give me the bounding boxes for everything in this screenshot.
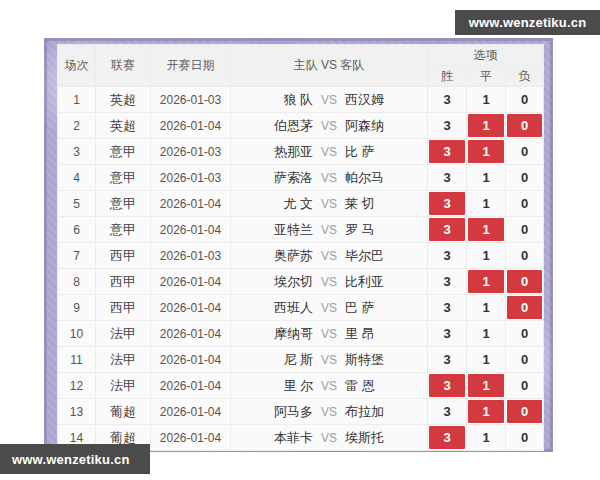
option-win[interactable]: 3 <box>428 399 467 425</box>
option-draw[interactable]: 1 <box>467 295 506 321</box>
option-lose[interactable]: 0 <box>506 243 544 269</box>
option-lose[interactable]: 0 <box>506 269 544 295</box>
home-team: 尼 斯 <box>231 351 321 369</box>
option-lose[interactable]: 0 <box>506 165 544 191</box>
option-win[interactable]: 3 <box>428 425 467 451</box>
odds-table-card: 场次 联赛 开赛日期 主队 VS 客队 选项 胜 平 负 1 英超 2026-0… <box>57 44 543 444</box>
home-team: 尤 文 <box>231 195 321 213</box>
league-name: 意甲 <box>96 139 151 165</box>
match-number: 8 <box>58 269 96 295</box>
option-win[interactable]: 3 <box>428 191 467 217</box>
league-name: 意甲 <box>96 165 151 191</box>
option-lose[interactable]: 0 <box>506 373 544 399</box>
match-date: 2026-01-04 <box>151 373 231 399</box>
match-number: 7 <box>58 243 96 269</box>
home-team: 热那亚 <box>231 143 321 161</box>
away-team: 阿森纳 <box>337 117 427 135</box>
option-draw[interactable]: 1 <box>467 217 506 243</box>
match-number: 12 <box>58 373 96 399</box>
option-draw[interactable]: 1 <box>467 139 506 165</box>
home-team: 狼 队 <box>231 91 321 109</box>
match-date: 2026-01-03 <box>151 87 231 113</box>
option-lose[interactable]: 0 <box>506 321 544 347</box>
away-team: 雷 恩 <box>337 377 427 395</box>
away-team: 罗 马 <box>337 221 427 239</box>
match-date: 2026-01-04 <box>151 321 231 347</box>
option-lose[interactable]: 0 <box>506 139 544 165</box>
league-name: 法甲 <box>96 321 151 347</box>
away-team: 斯特堡 <box>337 351 427 369</box>
option-draw[interactable]: 1 <box>467 113 506 139</box>
option-draw[interactable]: 1 <box>467 321 506 347</box>
option-win[interactable]: 3 <box>428 373 467 399</box>
option-lose[interactable]: 0 <box>506 399 544 425</box>
header-matchup: 主队 VS 客队 <box>231 45 428 87</box>
vs-label: VS <box>321 223 337 237</box>
match-date: 2026-01-04 <box>151 113 231 139</box>
league-name: 英超 <box>96 113 151 139</box>
option-draw[interactable]: 1 <box>467 191 506 217</box>
option-lose[interactable]: 0 <box>506 217 544 243</box>
option-draw[interactable]: 1 <box>467 373 506 399</box>
table-row: 4 意甲 2026-01-03 萨索洛 VS 帕尔马 3 1 0 <box>58 165 544 191</box>
away-team: 里 昂 <box>337 325 427 343</box>
matchup-cell: 热那亚 VS 比 萨 <box>231 139 428 165</box>
option-lose[interactable]: 0 <box>506 87 544 113</box>
option-lose[interactable]: 0 <box>506 425 544 451</box>
match-date: 2026-01-04 <box>151 217 231 243</box>
home-team: 本菲卡 <box>231 429 321 447</box>
option-win[interactable]: 3 <box>428 243 467 269</box>
table-row: 10 法甲 2026-01-04 摩纳哥 VS 里 昂 3 1 0 <box>58 321 544 347</box>
match-date: 2026-01-03 <box>151 139 231 165</box>
vs-label: VS <box>321 275 337 289</box>
option-lose[interactable]: 0 <box>506 347 544 373</box>
option-lose[interactable]: 0 <box>506 295 544 321</box>
option-win[interactable]: 3 <box>428 165 467 191</box>
option-win[interactable]: 3 <box>428 347 467 373</box>
watermark-top: www.wenzetiku.cn <box>455 10 600 35</box>
option-lose[interactable]: 0 <box>506 113 544 139</box>
header-match-no: 场次 <box>58 45 96 87</box>
vs-label: VS <box>321 145 337 159</box>
league-name: 法甲 <box>96 373 151 399</box>
matchup-cell: 奥萨苏 VS 毕尔巴 <box>231 243 428 269</box>
match-date: 2026-01-03 <box>151 243 231 269</box>
matchup-cell: 尤 文 VS 莱 切 <box>231 191 428 217</box>
option-draw[interactable]: 1 <box>467 347 506 373</box>
league-name: 英超 <box>96 87 151 113</box>
table-row: 1 英超 2026-01-03 狼 队 VS 西汉姆 3 1 0 <box>58 87 544 113</box>
match-number: 10 <box>58 321 96 347</box>
league-name: 西甲 <box>96 295 151 321</box>
option-win[interactable]: 3 <box>428 295 467 321</box>
header-options: 选项 <box>428 45 544 66</box>
option-draw[interactable]: 1 <box>467 425 506 451</box>
away-team: 埃斯托 <box>337 429 427 447</box>
header-lose: 负 <box>506 66 544 87</box>
option-win[interactable]: 3 <box>428 217 467 243</box>
option-win[interactable]: 3 <box>428 113 467 139</box>
option-draw[interactable]: 1 <box>467 243 506 269</box>
option-draw[interactable]: 1 <box>467 399 506 425</box>
option-lose[interactable]: 0 <box>506 191 544 217</box>
option-win[interactable]: 3 <box>428 269 467 295</box>
option-draw[interactable]: 1 <box>467 165 506 191</box>
matchup-cell: 尼 斯 VS 斯特堡 <box>231 347 428 373</box>
away-team: 西汉姆 <box>337 91 427 109</box>
match-date: 2026-01-04 <box>151 425 231 451</box>
matchup-cell: 埃尔切 VS 比利亚 <box>231 269 428 295</box>
table-row: 6 意甲 2026-01-04 亚特兰 VS 罗 马 3 1 0 <box>58 217 544 243</box>
away-team: 毕尔巴 <box>337 247 427 265</box>
vs-label: VS <box>321 249 337 263</box>
league-name: 西甲 <box>96 243 151 269</box>
match-date: 2026-01-04 <box>151 269 231 295</box>
header-win: 胜 <box>428 66 467 87</box>
option-draw[interactable]: 1 <box>467 269 506 295</box>
option-win[interactable]: 3 <box>428 87 467 113</box>
option-draw[interactable]: 1 <box>467 87 506 113</box>
table-row: 13 葡超 2026-01-04 阿马多 VS 布拉加 3 1 0 <box>58 399 544 425</box>
home-team: 伯恩茅 <box>231 117 321 135</box>
away-team: 布拉加 <box>337 403 427 421</box>
option-win[interactable]: 3 <box>428 321 467 347</box>
match-number: 3 <box>58 139 96 165</box>
option-win[interactable]: 3 <box>428 139 467 165</box>
